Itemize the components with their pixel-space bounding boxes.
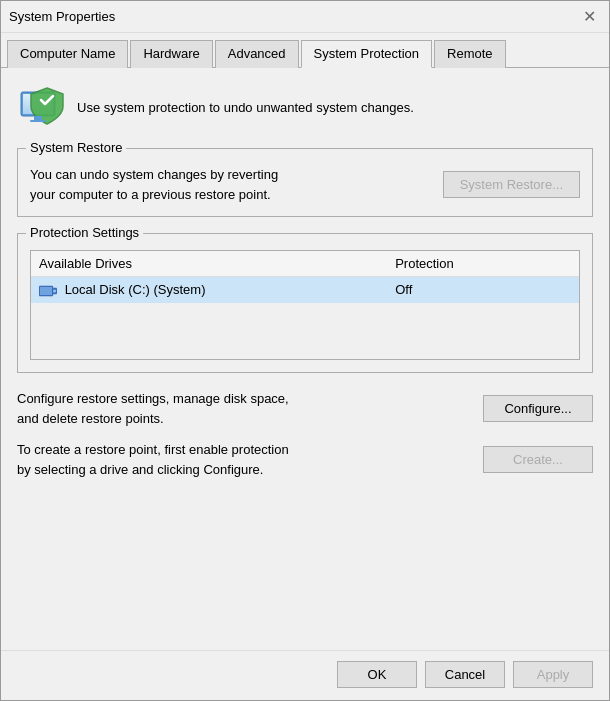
title-bar: System Properties ✕ [1,1,609,33]
column-header-drives: Available Drives [31,251,387,277]
tab-remote[interactable]: Remote [434,40,506,68]
window-title: System Properties [9,9,115,24]
configure-button[interactable]: Configure... [483,395,593,422]
cancel-button[interactable]: Cancel [425,661,505,688]
svg-rect-6 [40,287,52,295]
drives-table-wrapper[interactable]: Available Drives Protection [30,250,580,360]
drive-icon [39,284,57,298]
tab-system-protection[interactable]: System Protection [301,40,433,68]
tab-bar: Computer Name Hardware Advanced System P… [1,33,609,68]
tab-advanced[interactable]: Advanced [215,40,299,68]
column-header-protection: Protection [387,251,579,277]
protection-settings-group: Protection Settings Available Drives Pro… [17,233,593,373]
drive-row[interactable]: Local Disk (C:) (System) Off [31,277,579,303]
protection-settings-legend: Protection Settings [26,225,143,240]
drives-table-container: Available Drives Protection [30,242,580,360]
info-section: Use system protection to undo unwanted s… [17,84,593,132]
drives-table: Available Drives Protection [31,251,579,303]
svg-point-8 [53,289,56,292]
configure-description: Configure restore settings, manage disk … [17,389,289,428]
apply-button[interactable]: Apply [513,661,593,688]
drive-protection-cell: Off [387,277,579,303]
system-restore-content: You can undo system changes by reverting… [30,157,580,204]
system-restore-group: System Restore You can undo system chang… [17,148,593,217]
drive-name: Local Disk (C:) (System) [65,282,206,297]
close-button[interactable]: ✕ [577,5,601,29]
ok-button[interactable]: OK [337,661,417,688]
configure-row: Configure restore settings, manage disk … [17,389,593,428]
create-description: To create a restore point, first enable … [17,440,289,479]
system-restore-legend: System Restore [26,140,126,155]
tab-hardware[interactable]: Hardware [130,40,212,68]
info-description: Use system protection to undo unwanted s… [77,99,414,117]
create-row: To create a restore point, first enable … [17,440,593,479]
drive-name-cell: Local Disk (C:) (System) [31,277,387,303]
tab-computer-name[interactable]: Computer Name [7,40,128,68]
system-restore-description: You can undo system changes by reverting… [30,165,278,204]
create-button[interactable]: Create... [483,446,593,473]
svg-rect-4 [30,120,46,122]
system-protection-icon [17,84,65,132]
tab-content: Use system protection to undo unwanted s… [1,68,609,650]
svg-rect-3 [34,116,42,120]
system-restore-button[interactable]: System Restore... [443,171,580,198]
footer: OK Cancel Apply [1,650,609,700]
system-properties-window: System Properties ✕ Computer Name Hardwa… [0,0,610,701]
